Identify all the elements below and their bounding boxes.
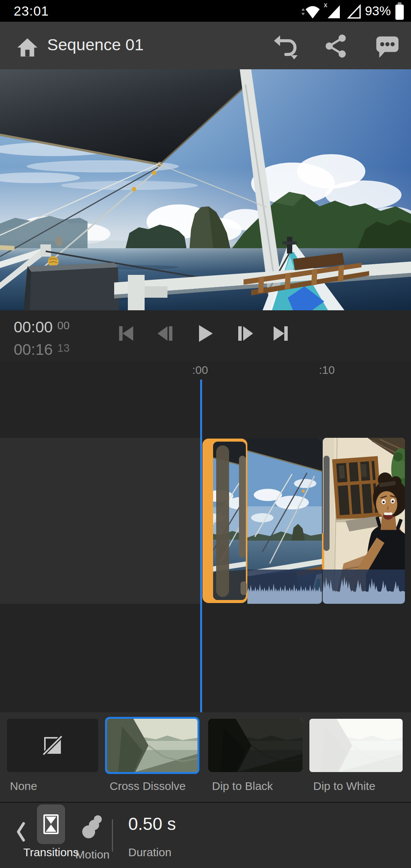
- battery-icon: [394, 1, 405, 21]
- selected-transition-handle[interactable]: [202, 439, 247, 603]
- home-icon: [16, 36, 39, 59]
- current-frames: 00: [57, 319, 70, 332]
- step-back-button[interactable]: [155, 323, 176, 344]
- battery-percent-text: 93%: [365, 3, 391, 18]
- ruler-tick-00: :00: [192, 364, 208, 377]
- clock-text: 23:01: [14, 3, 49, 19]
- play-icon: [194, 323, 215, 344]
- dip-to-white-thumbnail: [309, 719, 403, 772]
- timeline-clip-woman[interactable]: [323, 438, 405, 604]
- skip-to-end-button[interactable]: [270, 323, 292, 344]
- duration-time: 00:16: [14, 341, 53, 358]
- clip-trim-handle[interactable]: [323, 456, 330, 551]
- share-button[interactable]: [322, 32, 351, 61]
- skip-to-start-icon: [115, 323, 137, 344]
- duration-frames: 13: [57, 342, 70, 354]
- transition-option-cross-dissolve[interactable]: [105, 717, 199, 774]
- skip-to-start-button[interactable]: [115, 323, 137, 344]
- current-time: 00:00: [14, 318, 53, 336]
- skip-to-end-icon: [270, 323, 292, 344]
- timeline-clip-boat[interactable]: [247, 438, 322, 604]
- status-bar: 23:01 x 93%: [0, 0, 411, 22]
- clip-boat-waveform: [247, 570, 322, 604]
- duration-value[interactable]: 0.50 s: [128, 814, 176, 834]
- app-header: Sequence 01: [0, 22, 411, 69]
- timecode-display: 00:0000 00:1613: [14, 317, 70, 362]
- feedback-button[interactable]: [373, 32, 402, 61]
- tool-transitions-button[interactable]: [37, 804, 65, 844]
- label-cross-dissolve: Cross Dissolve: [110, 780, 186, 793]
- play-button[interactable]: [194, 323, 215, 344]
- preview-frame-boat-scene: [0, 69, 411, 310]
- step-forward-icon: [235, 323, 256, 344]
- wifi-icon: [301, 2, 320, 20]
- label-none: None: [10, 780, 37, 793]
- step-back-icon: [155, 323, 176, 344]
- comment-bubble-icon: [374, 32, 401, 60]
- undo-button[interactable]: [271, 32, 300, 61]
- signal-empty-icon: [345, 2, 362, 20]
- undo-icon: [272, 32, 299, 61]
- tool-motion-label: Motion: [74, 848, 111, 861]
- empty-track-lane: [0, 438, 200, 604]
- tool-motion-button[interactable]: [78, 809, 107, 841]
- transition-option-none[interactable]: [7, 719, 98, 772]
- transition-grip-right[interactable]: [239, 456, 246, 558]
- signal-x-label: x: [324, 2, 327, 9]
- transitions-icon: [39, 812, 63, 836]
- duration-label: Duration: [128, 846, 171, 859]
- label-dip-to-white: Dip to White: [313, 780, 375, 793]
- transition-grip-left[interactable]: [216, 445, 229, 597]
- share-icon: [323, 32, 349, 60]
- video-preview-surface[interactable]: [0, 69, 411, 310]
- transitions-panel: None Cross Dissolve Dip to Black Dip to …: [0, 712, 411, 802]
- tool-transitions-label: Transitions: [22, 846, 80, 859]
- chevron-left-icon: [15, 821, 26, 842]
- dip-to-black-thumbnail: [208, 719, 303, 772]
- no-transition-icon: [40, 733, 65, 758]
- premiere-rush-app: 23:01 x 93%: [0, 0, 411, 868]
- motion-icon: [78, 809, 107, 841]
- playhead[interactable]: [200, 380, 202, 712]
- sequence-title: Sequence 01: [47, 35, 143, 54]
- back-button[interactable]: [15, 821, 26, 842]
- signal-strength-icon: x: [324, 2, 341, 20]
- transition-grip-small[interactable]: [241, 581, 247, 595]
- bottom-toolbar: Transitions Motion 0.50 s Duration: [0, 803, 411, 868]
- cross-dissolve-thumbnail: [107, 719, 198, 772]
- transition-option-dip-to-black[interactable]: [208, 719, 303, 772]
- step-forward-button[interactable]: [235, 323, 256, 344]
- ruler-tick-10: :10: [319, 364, 335, 377]
- label-dip-to-black: Dip to Black: [212, 780, 273, 793]
- home-button[interactable]: [13, 33, 42, 62]
- toolbar-divider: [112, 819, 113, 852]
- transition-option-dip-to-white[interactable]: [309, 719, 403, 772]
- clip-woman-waveform: [323, 570, 405, 604]
